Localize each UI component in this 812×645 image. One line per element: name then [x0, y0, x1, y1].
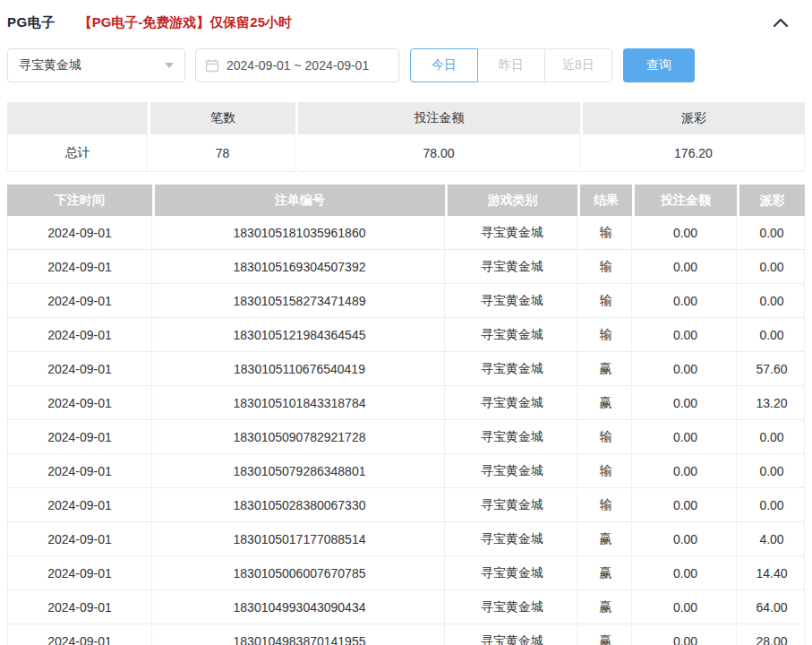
records-header-game-type: 游戏类别	[448, 185, 577, 216]
cell-game-type: 寻宝黄金城	[448, 352, 577, 385]
summary-total-bet-amount: 78.00	[298, 134, 580, 172]
cell-order-id: 1830105006007670785	[155, 556, 445, 589]
cell-payout: 0.00	[739, 216, 805, 249]
cell-bet-time: 2024-09-01	[7, 386, 152, 419]
cell-bet-amount: 0.00	[635, 454, 737, 487]
table-row: 2024-09-01 1830105101843318784 寻宝黄金城 赢 0…	[7, 386, 805, 420]
cell-bet-amount: 0.00	[635, 352, 737, 385]
cell-result: 赢	[580, 386, 632, 419]
cell-bet-time: 2024-09-01	[7, 590, 152, 624]
cell-game-type: 寻宝黄金城	[448, 522, 577, 555]
table-row: 2024-09-01 1830105181035961860 寻宝黄金城 输 0…	[7, 216, 805, 250]
collapse-panel-button[interactable]	[773, 17, 789, 28]
cell-result: 输	[580, 454, 632, 487]
cell-payout: 0.00	[739, 454, 805, 487]
summary-total-row: 总计 78 78.00 176.20	[7, 134, 805, 172]
cell-result: 输	[580, 318, 632, 351]
cell-game-type: 寻宝黄金城	[448, 556, 577, 589]
cell-game-type: 寻宝黄金城	[448, 250, 577, 283]
game-select[interactable]: 寻宝黄金城	[7, 48, 185, 82]
table-row: 2024-09-01 1830105017177088514 寻宝黄金城 赢 0…	[7, 522, 805, 556]
filter-bar: 寻宝黄金城 2024-09-01 ~ 2024-09-01 今日 昨日 近8日 …	[7, 48, 805, 82]
cell-result: 输	[580, 284, 632, 317]
records-header-row: 下注时间 注单编号 游戏类别 结果 投注金额 派彩	[7, 185, 805, 216]
cell-order-id: 1830105090782921728	[155, 420, 445, 453]
date-range-value: 2024-09-01 ~ 2024-09-01	[227, 58, 369, 73]
cell-bet-amount: 0.00	[635, 624, 737, 645]
caret-down-icon	[165, 63, 174, 68]
cell-payout: 0.00	[739, 284, 805, 317]
cell-bet-amount: 0.00	[635, 318, 737, 351]
cell-result: 赢	[580, 522, 632, 555]
cell-bet-amount: 0.00	[635, 386, 737, 419]
table-row: 2024-09-01 1830105079286348801 寻宝黄金城 输 0…	[7, 454, 805, 488]
records-header-result: 结果	[580, 185, 632, 216]
quick-date-button-group: 今日 昨日 近8日	[410, 48, 612, 82]
cell-payout: 0.00	[739, 488, 805, 521]
cell-result: 赢	[580, 590, 632, 624]
cell-bet-amount: 0.00	[635, 216, 737, 249]
cell-payout: 57.60	[739, 352, 805, 385]
cell-game-type: 寻宝黄金城	[448, 216, 577, 249]
cell-result: 输	[580, 488, 632, 521]
records-header-bet-time: 下注时间	[7, 185, 152, 216]
cell-payout: 28.00	[739, 624, 805, 645]
cell-bet-time: 2024-09-01	[7, 318, 152, 351]
table-row: 2024-09-01 1830105090782921728 寻宝黄金城 输 0…	[7, 420, 805, 454]
cell-order-id: 1830105158273471489	[155, 284, 445, 317]
summary-header-row: 笔数 投注金额 派彩	[7, 102, 805, 134]
titlebar: PG电子 【PG电子-免费游戏】仅保留25小时	[7, 9, 805, 36]
cell-game-type: 寻宝黄金城	[448, 488, 577, 521]
cell-result: 赢	[580, 556, 632, 589]
cell-order-id: 1830105121984364545	[155, 318, 445, 351]
cell-result: 赢	[580, 352, 632, 385]
page-title: PG电子	[7, 14, 56, 31]
cell-payout: 64.00	[739, 590, 805, 624]
quick-button-yesterday[interactable]: 昨日	[477, 48, 545, 82]
report-panel: PG电子 【PG电子-免费游戏】仅保留25小时 寻宝黄金城	[0, 0, 812, 645]
cell-payout: 14.40	[739, 556, 805, 589]
cell-payout: 0.00	[739, 420, 805, 453]
cell-payout: 13.20	[739, 386, 805, 419]
cell-bet-time: 2024-09-01	[7, 454, 152, 487]
quick-button-today[interactable]: 今日	[410, 48, 478, 82]
cell-bet-amount: 0.00	[635, 488, 737, 521]
cell-game-type: 寻宝黄金城	[448, 318, 577, 351]
cell-game-type: 寻宝黄金城	[448, 590, 577, 624]
cell-bet-time: 2024-09-01	[7, 250, 152, 283]
cell-payout: 0.00	[739, 318, 805, 351]
cell-bet-time: 2024-09-01	[7, 352, 152, 385]
cell-bet-time: 2024-09-01	[7, 216, 152, 249]
cell-order-id: 1830105110676540419	[155, 352, 445, 385]
cell-bet-time: 2024-09-01	[7, 624, 152, 645]
table-row: 2024-09-01 1830104993043090434 寻宝黄金城 赢 0…	[7, 590, 805, 624]
query-button[interactable]: 查询	[623, 48, 695, 82]
cell-bet-time: 2024-09-01	[7, 420, 152, 453]
summary-table: 笔数 投注金额 派彩 总计 78 78.00 176.20	[7, 102, 805, 172]
cell-bet-time: 2024-09-01	[7, 556, 152, 589]
cell-result: 赢	[580, 624, 632, 645]
cell-order-id: 1830105181035961860	[155, 216, 445, 249]
game-select-value: 寻宝黄金城	[19, 57, 165, 73]
summary-header-payout: 派彩	[583, 102, 805, 134]
table-row: 2024-09-01 1830105006007670785 寻宝黄金城 赢 0…	[7, 556, 805, 590]
calendar-icon	[205, 58, 219, 73]
cell-order-id: 1830105169304507392	[155, 250, 445, 283]
date-range-picker[interactable]: 2024-09-01 ~ 2024-09-01	[195, 48, 399, 82]
cell-bet-amount: 0.00	[635, 420, 737, 453]
records-header-payout: 派彩	[739, 185, 805, 216]
summary-total-count: 78	[150, 134, 295, 172]
cell-order-id: 1830105028380067330	[155, 488, 445, 521]
summary-header-empty	[7, 102, 148, 134]
cell-payout: 4.00	[739, 522, 805, 555]
summary-header-count: 笔数	[150, 102, 295, 134]
summary-total-label: 总计	[7, 134, 148, 172]
cell-game-type: 寻宝黄金城	[448, 624, 577, 645]
table-row: 2024-09-01 1830105121984364545 寻宝黄金城 输 0…	[7, 318, 805, 352]
cell-order-id: 1830104983870141955	[155, 624, 445, 645]
records-body: 2024-09-01 1830105181035961860 寻宝黄金城 输 0…	[7, 216, 805, 645]
cell-bet-time: 2024-09-01	[7, 488, 152, 521]
quick-button-last8days[interactable]: 近8日	[544, 48, 612, 82]
cell-game-type: 寻宝黄金城	[448, 386, 577, 419]
table-row: 2024-09-01 1830105028380067330 寻宝黄金城 输 0…	[7, 488, 805, 522]
